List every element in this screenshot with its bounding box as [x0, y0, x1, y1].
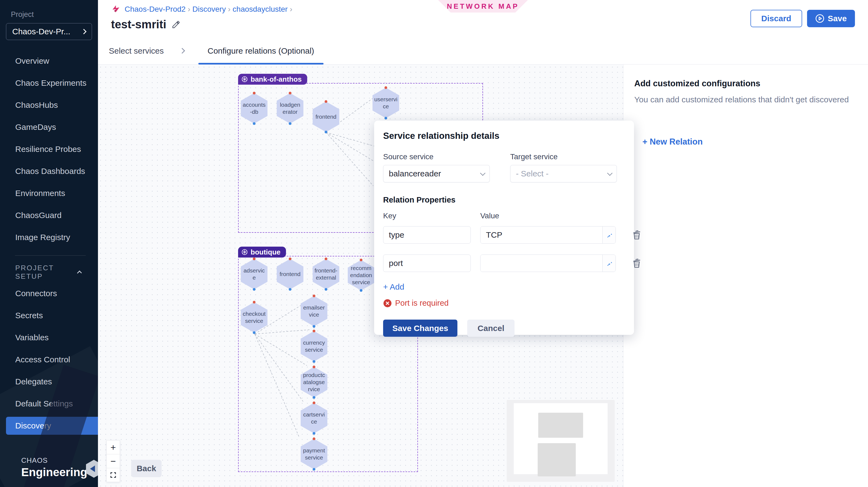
- sidebar-item-resilience-probes[interactable]: Resilience Probes: [0, 138, 98, 160]
- project-setup-section-header[interactable]: PROJECT SETUP: [15, 264, 82, 281]
- sidebar-item-overview[interactable]: Overview: [0, 50, 98, 72]
- cancel-button[interactable]: Cancel: [467, 319, 515, 337]
- modal-title: Service relationship details: [383, 131, 625, 141]
- property-key-input-type[interactable]: [383, 226, 471, 244]
- service-node-label: currencyservice: [302, 334, 326, 359]
- app-root: Project Chaos-Dev-Pr... OverviewChaos Ex…: [0, 0, 868, 487]
- delete-property-row-button[interactable]: [631, 229, 642, 242]
- project-label: Project: [11, 10, 98, 19]
- tab-configure-relations[interactable]: Configure relations (Optional): [198, 37, 323, 64]
- content-area: + − Back bank-of-anthos accounts-db load…: [98, 64, 868, 487]
- zoom-in-button[interactable]: +: [106, 440, 120, 454]
- relation-property-row: [383, 254, 625, 272]
- sidebar-item-gamedays[interactable]: GameDays: [0, 116, 98, 138]
- source-service-select[interactable]: balancereader: [383, 165, 490, 182]
- service-node-paymentservice[interactable]: paymentservice: [301, 439, 327, 469]
- cluster-tag-bank-of-anthos[interactable]: bank-of-anthos: [238, 74, 307, 85]
- error-icon: [383, 299, 392, 308]
- egress-port-dot: [253, 122, 255, 125]
- kubernetes-icon: [241, 249, 248, 255]
- ingress-port-dot: [253, 92, 255, 94]
- chevron-down-icon: [607, 171, 613, 176]
- customized-configurations-panel: Add customized configurations You can ad…: [623, 64, 868, 487]
- delete-property-row-button[interactable]: [631, 257, 642, 270]
- error-message: Port is required: [395, 299, 449, 308]
- service-node-frontend-external[interactable]: frontend-external: [313, 259, 339, 290]
- service-selects-row: Source service balancereader Target serv…: [383, 152, 625, 182]
- breadcrumb-link-chaos-dev-prod2[interactable]: Chaos-Dev-Prod2: [125, 5, 186, 13]
- add-property-link[interactable]: + Add: [383, 282, 404, 292]
- service-node-frontend[interactable]: frontend: [277, 259, 303, 290]
- ingress-port-dot: [253, 257, 255, 260]
- service-node-frontend[interactable]: frontend: [313, 101, 339, 132]
- sidebar-item-image-registry[interactable]: Image Registry: [0, 226, 98, 248]
- brand-logo: CHAOS Engineering: [21, 456, 87, 479]
- service-node-accounts-db[interactable]: accounts-db: [241, 93, 268, 124]
- zoom-out-button[interactable]: −: [106, 454, 120, 468]
- brand-engineering-label: Engineering: [21, 466, 87, 479]
- property-key-input-port[interactable]: [383, 254, 471, 272]
- zoom-controls: + −: [106, 440, 120, 482]
- minimap[interactable]: [507, 400, 615, 482]
- sidebar-item-variables[interactable]: Variables: [0, 326, 98, 348]
- service-node-label: loadgenerator: [278, 96, 302, 121]
- breadcrumb-links: Chaos-Dev-Prod2 › Discovery › chaosdaycl…: [125, 5, 292, 13]
- pin-value-button[interactable]: [602, 226, 616, 243]
- ingress-port-dot: [289, 92, 291, 94]
- egress-port-dot: [384, 117, 387, 120]
- sidebar-item-connectors[interactable]: Connectors: [0, 282, 98, 304]
- project-selector[interactable]: Chaos-Dev-Pr...: [6, 23, 92, 40]
- service-node-checkoutservice[interactable]: checkoutservice: [241, 302, 268, 333]
- pin-icon: [606, 260, 613, 267]
- ingress-port-dot: [324, 257, 327, 260]
- sidebar-item-secrets[interactable]: Secrets: [0, 304, 98, 326]
- service-node-currencyservice[interactable]: currencyservice: [301, 331, 327, 362]
- service-node-adservice[interactable]: adservice: [241, 259, 268, 290]
- fullscreen-button[interactable]: [106, 468, 120, 482]
- header-actions: Discard Save: [750, 10, 855, 27]
- back-button[interactable]: Back: [131, 460, 162, 477]
- minimap-cluster-rect: [538, 443, 576, 476]
- service-node-loadgenerator[interactable]: loadgenerator: [277, 93, 303, 124]
- service-node-cartservice[interactable]: cartservice: [301, 403, 327, 433]
- save-button[interactable]: Save: [807, 10, 855, 27]
- play-circle-icon: [815, 14, 825, 23]
- target-service-select[interactable]: - Select -: [510, 165, 617, 182]
- service-node-userservice[interactable]: userservice: [372, 88, 399, 118]
- discard-button[interactable]: Discard: [750, 10, 802, 27]
- breadcrumb-link-chaosdaycluster[interactable]: chaosdaycluster: [232, 5, 288, 13]
- sidebar-item-chaos-experiments[interactable]: Chaos Experiments: [0, 72, 98, 94]
- service-node-label: checkoutservice: [243, 305, 266, 330]
- ingress-port-dot: [384, 86, 387, 89]
- pin-value-button[interactable]: [602, 255, 616, 272]
- sidebar-item-chaoshubs[interactable]: ChaosHubs: [0, 94, 98, 116]
- edit-pencil-icon[interactable]: [172, 20, 180, 29]
- property-value-input-type[interactable]: [480, 226, 602, 243]
- save-changes-button[interactable]: Save Changes: [383, 319, 457, 337]
- new-relation-link[interactable]: + New Relation: [643, 137, 703, 147]
- main-area: NETWORK MAP Chaos-Dev-Prod2 › Discovery …: [98, 0, 868, 487]
- egress-port-dot: [253, 331, 255, 334]
- sidebar-item-chaos-dashboards[interactable]: Chaos Dashboards: [0, 160, 98, 182]
- service-node-emailservice[interactable]: emailservice: [301, 296, 327, 326]
- service-node-productcatalogservice[interactable]: productcatalogservice: [301, 367, 327, 397]
- service-node-recommendationservice[interactable]: recommendationservice: [348, 260, 374, 291]
- tab-select-services[interactable]: Select services: [109, 46, 164, 56]
- egress-port-dot: [313, 468, 315, 471]
- validation-error: Port is required: [383, 299, 625, 308]
- target-service-placeholder: - Select -: [516, 169, 549, 178]
- ingress-port-dot: [313, 366, 315, 368]
- project-setup-label: PROJECT SETUP: [15, 264, 79, 281]
- service-node-label: adservice: [243, 262, 266, 287]
- ingress-port-dot: [313, 401, 315, 404]
- egress-port-dot: [324, 131, 327, 133]
- minimap-cluster-rect: [538, 413, 583, 438]
- cluster-tag-boutique[interactable]: boutique: [238, 247, 286, 257]
- property-value-input-port[interactable]: [480, 255, 602, 272]
- breadcrumb-link-discovery[interactable]: Discovery: [192, 5, 226, 13]
- service-node-label: frontend-external: [314, 262, 338, 287]
- breadcrumb: Chaos-Dev-Prod2 › Discovery › chaosdaycl…: [111, 4, 292, 14]
- sidebar-item-environments[interactable]: Environments: [0, 182, 98, 204]
- ribbon-label: NETWORK MAP: [447, 2, 519, 11]
- sidebar-item-chaosguard[interactable]: ChaosGuard: [0, 204, 98, 226]
